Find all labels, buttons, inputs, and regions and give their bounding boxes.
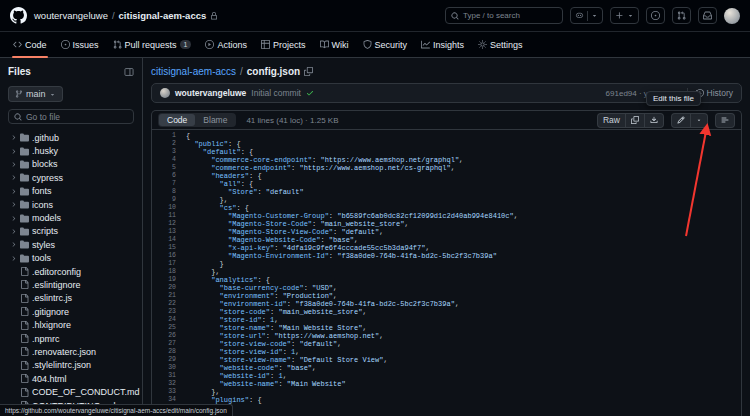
copy-file-button[interactable]	[625, 113, 645, 128]
line-number[interactable]: 34	[152, 396, 176, 404]
code-line: 31 "website-id": 1,	[152, 372, 741, 380]
line-content: "Magento-Store-View-Code": "default",	[176, 228, 383, 236]
line-number[interactable]: 18	[152, 268, 176, 276]
tree-item-.husky[interactable]: .husky	[8, 144, 134, 157]
tab-settings[interactable]: Settings	[471, 32, 530, 57]
tree-item-.renovaterc.json[interactable]: .renovaterc.json	[8, 345, 134, 358]
go-to-file-input[interactable]: Go to file	[8, 109, 134, 124]
line-number[interactable]: 32	[152, 380, 176, 388]
line-number[interactable]: 19	[152, 276, 176, 284]
create-new-button[interactable]	[610, 7, 639, 24]
breadcrumb-repo-root-link[interactable]: citisignal-aem-accs	[151, 66, 236, 77]
tab-actions[interactable]: Actions	[198, 32, 254, 57]
line-number[interactable]: 27	[152, 340, 176, 348]
tree-item-tools[interactable]: tools	[8, 252, 134, 265]
tab-issues[interactable]: Issues	[54, 32, 106, 57]
tree-item-icons[interactable]: icons	[8, 198, 134, 211]
line-number[interactable]: 11	[152, 212, 176, 220]
tab-pull-requests[interactable]: Pull requests1	[106, 32, 199, 57]
line-number[interactable]: 16	[152, 252, 176, 260]
collapse-file-tree-icon[interactable]	[124, 67, 134, 77]
line-number[interactable]: 17	[152, 260, 176, 268]
line-number[interactable]: 33	[152, 388, 176, 396]
tree-item-cypress[interactable]: cypress	[8, 171, 134, 184]
notifications-inbox-button[interactable]	[698, 7, 717, 24]
tree-item-.gitignore[interactable]: .gitignore	[8, 305, 134, 318]
issues-header-button[interactable]	[646, 7, 665, 24]
inbox-icon	[703, 11, 712, 20]
tab-code[interactable]: Code	[6, 32, 54, 57]
tab-wiki[interactable]: Wiki	[313, 32, 356, 57]
tree-item-.npmrc[interactable]: .npmrc	[8, 332, 134, 345]
tab-security[interactable]: Security	[356, 32, 415, 57]
breadcrumb-repo-link[interactable]: citisignal-aem-accs	[119, 10, 207, 21]
tab-insights[interactable]: Insights	[414, 32, 471, 57]
tree-item-styles[interactable]: styles	[8, 238, 134, 251]
line-number[interactable]: 30	[152, 364, 176, 372]
blame-view-tab[interactable]: Blame	[195, 114, 235, 126]
tree-item-models[interactable]: models	[8, 211, 134, 224]
commit-author-avatar[interactable]	[160, 88, 170, 98]
tree-item-fonts[interactable]: fonts	[8, 185, 134, 198]
line-number[interactable]: 2	[152, 140, 176, 148]
line-number[interactable]: 15	[152, 244, 176, 252]
user-avatar[interactable]	[724, 8, 740, 24]
line-number[interactable]: 14	[152, 236, 176, 244]
symbols-panel-button[interactable]	[715, 113, 735, 128]
copy-path-icon[interactable]	[304, 67, 313, 76]
file-view-main: citisignal-aem-accs / config.json wouter…	[143, 58, 750, 416]
line-number[interactable]: 28	[152, 348, 176, 356]
tree-item-.github[interactable]: .github	[8, 131, 134, 144]
line-number[interactable]: 31	[152, 372, 176, 380]
tree-item-.hlxignore[interactable]: .hlxignore	[8, 318, 134, 331]
pull-requests-header-button[interactable]	[672, 7, 691, 24]
file-icon	[20, 321, 29, 330]
chevron-right-icon	[10, 201, 17, 208]
commit-status-check-icon[interactable]	[306, 89, 314, 97]
line-number[interactable]: 24	[152, 316, 176, 324]
line-number[interactable]: 20	[152, 284, 176, 292]
tree-item-.stylelintrc.json[interactable]: .stylelintrc.json	[8, 359, 134, 372]
commit-author[interactable]: woutervangeluwe	[175, 88, 246, 98]
file-icon	[20, 307, 29, 316]
line-number[interactable]: 29	[152, 356, 176, 364]
breadcrumb-owner-link[interactable]: woutervangeluwe	[34, 10, 108, 21]
tree-item-scripts[interactable]: scripts	[8, 225, 134, 238]
line-number[interactable]: 5	[152, 164, 176, 172]
line-number[interactable]: 4	[152, 156, 176, 164]
line-number[interactable]: 6	[152, 172, 176, 180]
line-number[interactable]: 9	[152, 196, 176, 204]
commit-message[interactable]: Initial commit	[251, 88, 301, 98]
line-number[interactable]: 26	[152, 332, 176, 340]
download-button[interactable]	[644, 113, 664, 128]
tree-item-.eslintrc.js[interactable]: .eslintrc.js	[8, 292, 134, 305]
line-number[interactable]: 10	[152, 204, 176, 212]
tree-item-blocks[interactable]: blocks	[8, 158, 134, 171]
tree-item-CODE_OF_CONDUCT.md[interactable]: CODE_OF_CONDUCT.md	[8, 385, 134, 398]
tab-label: Wiki	[332, 40, 349, 50]
github-logo-icon[interactable]	[10, 7, 27, 24]
edit-file-button[interactable]	[671, 113, 691, 128]
line-number[interactable]: 12	[152, 220, 176, 228]
line-number[interactable]: 1	[152, 132, 176, 140]
tree-item-.editorconfig[interactable]: .editorconfig	[8, 265, 134, 278]
line-number[interactable]: 8	[152, 188, 176, 196]
tree-item-.eslintignore[interactable]: .eslintignore	[8, 278, 134, 291]
global-search-input[interactable]: Type / to search	[445, 7, 563, 24]
line-number[interactable]: 13	[152, 228, 176, 236]
book-icon	[320, 40, 329, 49]
line-number[interactable]: 7	[152, 180, 176, 188]
copilot-button[interactable]	[570, 7, 603, 24]
tab-projects[interactable]: Projects	[254, 32, 313, 57]
branch-selector[interactable]: main	[8, 86, 63, 102]
tree-item-404.html[interactable]: 404.html	[8, 372, 134, 385]
line-number[interactable]: 25	[152, 324, 176, 332]
line-content: "store-view-id": 1,	[176, 348, 299, 356]
line-number[interactable]: 23	[152, 308, 176, 316]
line-number[interactable]: 22	[152, 300, 176, 308]
raw-button[interactable]: Raw	[597, 113, 626, 128]
code-view-tab[interactable]: Code	[159, 114, 195, 126]
edit-options-button[interactable]	[690, 113, 708, 128]
line-number[interactable]: 3	[152, 148, 176, 156]
line-number[interactable]: 21	[152, 292, 176, 300]
